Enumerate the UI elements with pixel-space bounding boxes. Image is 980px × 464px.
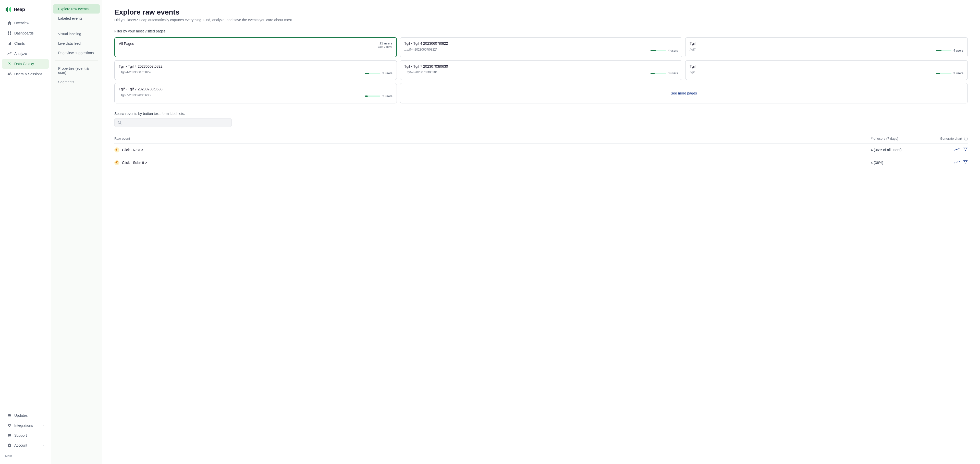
nav-label-support: Support [14,433,27,437]
col-header-chart: Generate chart i [922,137,968,140]
sidebar-nav-item-analyze[interactable]: Analyze [2,49,49,59]
click-icon-next [115,147,119,153]
mid-nav-item-labeled[interactable]: Labeled events [53,14,100,23]
page-card-all-pages[interactable]: All Pages 11 users Last 7 days [115,37,397,57]
svg-rect-5 [10,32,11,33]
see-more-link[interactable]: See more pages [671,91,697,95]
sidebar-nav-item-data-galaxy[interactable]: Data Galaxy [2,59,49,69]
mid-nav-item-properties[interactable]: Properties (event & user) [53,64,100,77]
svg-line-23 [121,123,121,124]
mid-nav-item-visual-labeling[interactable]: Visual labeling [53,29,100,38]
page-card-url-tgif4b: ...tgif-4-20230607t0822/ [119,70,151,74]
svg-line-17 [10,63,11,64]
nav-label-updates: Updates [14,413,27,418]
click-icon-submit [115,160,119,165]
sidebar-nav-item-support[interactable]: Support [2,431,49,440]
svg-point-20 [8,73,10,74]
page-card-tgif-slash[interactable]: Tgif /tgif/ 4 users [685,37,968,57]
plug-icon [7,423,12,428]
row-chart-click-next [922,147,968,153]
page-card-name-tgif7: Tgif - Tgif 7 20230703t0630 [404,64,448,69]
nav-label-data-galaxy: Data Galaxy [14,62,34,66]
gear-icon [7,443,12,448]
row-users-click-submit: 4 (36%) [871,161,922,165]
funnel-icon[interactable] [963,147,968,153]
svg-point-21 [10,73,11,73]
sidebar-nav-item-integrations[interactable]: Integrations › [2,421,49,430]
mid-nav: Explore raw events Labeled events Visual… [51,0,102,464]
page-card-users-all: 11 users Last 7 days [378,41,392,48]
account-arrow: › [43,444,44,447]
page-card-name-tgifb: Tgif [690,64,695,69]
home-icon [7,21,12,25]
mid-nav-divider-2 [55,61,98,61]
sidebar-nav-item-charts[interactable]: Charts [2,38,49,48]
page-card-url-tgif7b: ...tgif-7-20230703t0630/ [119,94,151,97]
app-name: Heap [14,7,25,12]
funnel-icon-2[interactable] [963,160,968,165]
see-more-pages-card[interactable]: See more pages [400,83,968,104]
line-chart-icon[interactable] [953,147,960,153]
table-header: Raw event # of users (7 days) Generate c… [115,134,968,144]
search-input[interactable] [124,121,228,124]
nav-label-users-sessions: Users & Sessions [14,72,42,76]
filter-label: Filter by your most visited pages [115,29,968,33]
row-chart-click-submit [922,160,968,165]
sidebar-nav-item-overview[interactable]: Overview [2,18,49,28]
page-card-name-tgif4b: Tgif - Tgif 4 20230607t0822 [119,64,162,69]
main-content: Explore raw events Did you know? Heap au… [102,0,980,464]
page-title: Explore raw events [115,8,968,16]
mid-nav-item-live-data[interactable]: Live data feed [53,39,100,48]
bell-icon [7,413,12,418]
col-header-event: Raw event [115,137,871,140]
svg-rect-7 [10,33,11,35]
svg-rect-3 [10,7,11,12]
col-header-users: # of users (7 days) [871,137,922,140]
users-icon [7,72,12,77]
sidebar-bottom: Updates Integrations › Support Account ›… [0,410,51,460]
page-card-tgif4[interactable]: Tgif - Tgif 4 20230607t0822 ...tgif-4-20… [400,37,682,57]
mid-nav-item-pageview[interactable]: Pageview suggestions [53,48,100,57]
event-name-click-submit: Click - Submit > [122,161,147,165]
svg-rect-2 [9,8,10,11]
line-chart-icon-2[interactable] [953,160,960,165]
table-row: Click - Next > 4 (36% of all users) [115,144,968,156]
page-card-tgifb[interactable]: Tgif /tgif 3 users [685,60,968,80]
page-card-tgif7[interactable]: Tgif - Tgif 7 20230703t0630 ...tgif-7-20… [400,60,682,80]
mid-nav-item-segments[interactable]: Segments [53,77,100,86]
page-card-name-all: All Pages [119,41,134,46]
page-card-url-tgif7: ...tgif-7-20230703t0630/ [404,70,437,74]
app-logo: Heap [0,4,51,18]
svg-rect-4 [8,32,9,33]
mid-nav-item-explore[interactable]: Explore raw events [53,4,100,14]
nav-label-integrations: Integrations [14,423,33,427]
sidebar: Heap Overview Dashboards Charts Analyze … [0,0,51,464]
page-card-url-tgif4: ...tgif-4-20230607t0822/ [404,48,437,51]
mid-nav-divider-1 [55,26,98,26]
sidebar-nav-item-users-sessions[interactable]: Users & Sessions [2,69,49,79]
search-label: Search events by button text, form label… [115,112,968,116]
page-card-name-tgif4: Tgif - Tgif 4 20230607t0822 [404,41,448,46]
event-name-click-next: Click - Next > [122,148,143,152]
page-card-url-tgif-slash: /tgif/ [690,48,695,51]
search-box [115,118,232,127]
row-event-click-next: Click - Next > [115,147,871,153]
main-section-label: Main [0,452,51,460]
sidebar-nav-item-dashboards[interactable]: Dashboards [2,28,49,38]
svg-rect-9 [9,43,10,45]
trending-icon [7,51,12,56]
nav-label-account: Account [14,443,27,447]
table-row: Click - Submit > 4 (36%) [115,156,968,169]
svg-line-18 [8,64,10,65]
svg-rect-6 [8,33,9,35]
svg-point-22 [118,121,121,124]
svg-rect-10 [10,42,11,45]
sidebar-nav-item-updates[interactable]: Updates [2,411,49,420]
page-card-tgif7b[interactable]: Tgif - Tgif 7 20230703t0630 ...tgif-7-20… [115,83,397,104]
sidebar-nav-item-account[interactable]: Account › [2,440,49,450]
sparkle-icon [7,62,12,66]
integrations-arrow: › [43,424,44,427]
page-card-tgif4b[interactable]: Tgif - Tgif 4 20230607t0822 ...tgif-4-20… [115,60,397,80]
nav-label-overview: Overview [14,21,29,25]
svg-rect-8 [8,44,8,45]
